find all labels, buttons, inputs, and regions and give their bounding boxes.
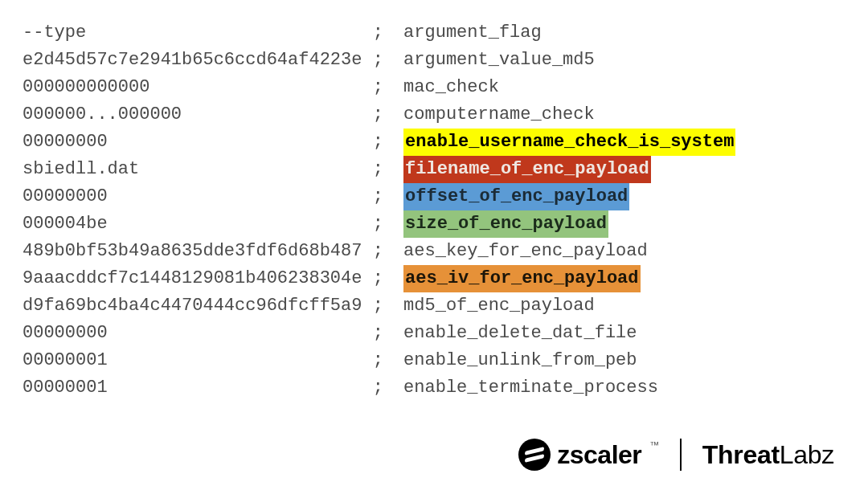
trademark-symbol: ™ <box>649 439 659 451</box>
row-separator: ; <box>373 292 403 320</box>
threatlabz-bold: Threat <box>702 440 780 469</box>
row-value: 000000...000000 <box>23 101 373 129</box>
code-row: 000000...000000 ; computername_check <box>23 101 868 129</box>
row-value: 00000001 <box>23 374 373 402</box>
row-value: --type <box>23 19 373 47</box>
code-row: d9fa69bc4ba4c4470444cc96dfcff5a9 ; md5_o… <box>23 292 868 320</box>
row-value: 00000000 <box>23 129 373 156</box>
row-comment: mac_check <box>403 74 499 101</box>
code-listing: --type ; argument_flage2d45d57c7e2941b65… <box>0 0 868 402</box>
row-comment: md5_of_enc_payload <box>403 292 595 320</box>
row-separator: ; <box>373 47 403 74</box>
code-row: 489b0bf53b49a8635dde3fdf6d68b487 ; aes_k… <box>23 238 868 265</box>
row-separator: ; <box>373 156 403 183</box>
row-value: sbiedll.dat <box>23 156 373 183</box>
footer-branding: zscaler ™ ThreatLabz <box>518 439 834 471</box>
row-separator: ; <box>373 347 403 374</box>
code-row: 000000000000 ; mac_check <box>23 74 868 101</box>
threatlabz-light: Labz <box>780 440 834 469</box>
row-separator: ; <box>373 129 403 156</box>
row-value: d9fa69bc4ba4c4470444cc96dfcff5a9 <box>23 292 373 320</box>
code-row: --type ; argument_flag <box>23 19 868 47</box>
row-value: 000004be <box>23 210 373 238</box>
row-comment: filename_of_enc_payload <box>403 156 651 183</box>
row-separator: ; <box>373 374 403 402</box>
row-comment: aes_key_for_enc_payload <box>403 238 648 265</box>
row-separator: ; <box>373 183 403 210</box>
row-separator: ; <box>373 19 403 47</box>
code-row: 000004be ; size_of_enc_payload <box>23 210 868 238</box>
code-row: 00000000 ; enable_username_check_is_syst… <box>23 129 868 156</box>
row-comment: argument_flag <box>403 19 542 47</box>
threatlabz-logo: ThreatLabz <box>702 440 834 470</box>
zscaler-wordmark: zscaler <box>557 440 641 470</box>
row-comment: size_of_enc_payload <box>403 210 608 238</box>
row-value: 489b0bf53b49a8635dde3fdf6d68b487 <box>23 238 373 265</box>
row-comment: enable_username_check_is_system <box>403 129 735 156</box>
row-value: 000000000000 <box>23 74 373 101</box>
row-separator: ; <box>373 265 403 292</box>
row-value: 00000000 <box>23 183 373 210</box>
row-comment: enable_delete_dat_file <box>403 320 637 347</box>
row-separator: ; <box>373 320 403 347</box>
code-row: 00000000 ; offset_of_enc_payload <box>23 183 868 210</box>
footer-divider <box>680 439 682 471</box>
row-separator: ; <box>373 238 403 265</box>
row-value: e2d45d57c7e2941b65c6ccd64af4223e <box>23 47 373 74</box>
code-row: 00000001 ; enable_terminate_process <box>23 374 868 402</box>
row-value: 00000000 <box>23 320 373 347</box>
row-comment: computername_check <box>403 101 595 129</box>
row-comment: enable_unlink_from_peb <box>403 347 637 374</box>
row-comment: offset_of_enc_payload <box>403 183 629 210</box>
row-separator: ; <box>373 74 403 101</box>
zscaler-icon <box>518 439 551 471</box>
row-value: 9aaacddcf7c1448129081b406238304e <box>23 265 373 292</box>
code-row: 00000001 ; enable_unlink_from_peb <box>23 347 868 374</box>
code-row: e2d45d57c7e2941b65c6ccd64af4223e ; argum… <box>23 47 868 74</box>
code-row: 00000000 ; enable_delete_dat_file <box>23 320 868 347</box>
code-row: sbiedll.dat ; filename_of_enc_payload <box>23 156 868 183</box>
row-value: 00000001 <box>23 347 373 374</box>
row-comment: enable_terminate_process <box>403 374 658 402</box>
row-separator: ; <box>373 210 403 238</box>
row-comment: argument_value_md5 <box>403 47 595 74</box>
row-separator: ; <box>373 101 403 129</box>
zscaler-logo: zscaler ™ <box>518 439 659 471</box>
row-comment: aes_iv_for_enc_payload <box>403 265 640 292</box>
code-row: 9aaacddcf7c1448129081b406238304e ; aes_i… <box>23 265 868 292</box>
